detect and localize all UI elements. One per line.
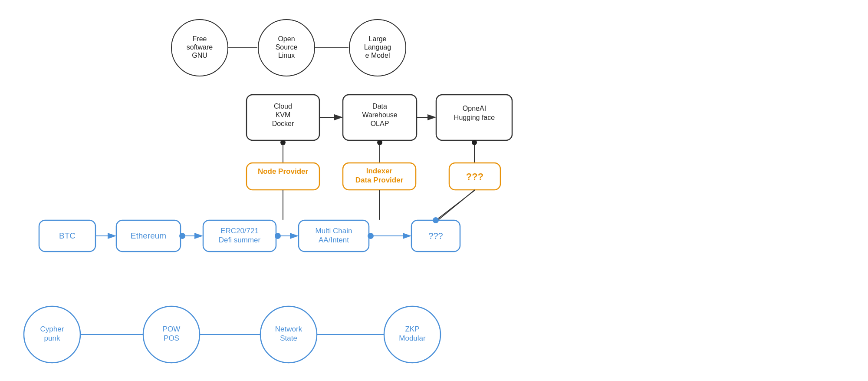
dot-multichain [368,233,374,239]
multichain-label1: Multi Chain [315,227,352,235]
svg-text:Linux: Linux [278,52,295,59]
multichain-label2: AA/Intent [319,236,349,244]
node-provider-label: Node Provider [258,167,309,176]
opneai-label: OpneAI [463,105,486,112]
svg-text:Source: Source [276,43,298,51]
pos-label: POS [164,334,179,342]
open-source-label: Open [278,35,295,43]
ethereum-label: Ethereum [131,231,166,240]
dot-opneai [472,140,477,145]
btc-label: BTC [59,231,76,240]
svg-text:Docker: Docker [272,120,294,127]
svg-text:Hugging face: Hugging face [454,114,495,121]
svg-text:Warehouse: Warehouse [362,111,397,119]
dot-warehouse [377,140,382,145]
svg-text:OLAP: OLAP [371,120,389,127]
network-state-label2: State [280,334,297,342]
dot-cloud-kvm [280,140,286,145]
free-software-label: Free [193,35,207,43]
svg-text:software: software [187,43,213,51]
modular-label: Modular [399,334,426,342]
erc20-label1: ERC20/721 [220,227,259,235]
question-blue-label: ??? [428,231,443,241]
question-orange-label: ??? [466,171,483,182]
diagram: Free software GNU Open Source Linux Larg… [0,0,868,381]
svg-text:Languag: Languag [364,43,391,51]
indexer-label2: Data Provider [355,176,404,184]
erc20-label2: Defi summer [219,236,261,244]
cloud-kvm-label: Cloud [274,103,292,110]
dot-ethereum [179,233,185,239]
svg-text:e Model: e Model [365,52,390,59]
network-state-label1: Network [275,325,302,333]
dot-erc20 [275,233,281,239]
pow-label: POW [163,325,181,333]
large-language-label: Large [369,35,387,43]
svg-text:GNU: GNU [192,52,207,59]
zkp-label: ZKP [405,325,419,333]
cypherpunk-label2: punk [44,334,60,342]
indexer-label1: Indexer [366,167,393,175]
data-warehouse-label: Data [372,103,387,110]
line-qo-to-qb [436,190,475,220]
svg-text:KVM: KVM [276,111,291,119]
dot-question-orange-connect [433,217,439,223]
cypherpunk-label1: Cypher [40,325,64,333]
